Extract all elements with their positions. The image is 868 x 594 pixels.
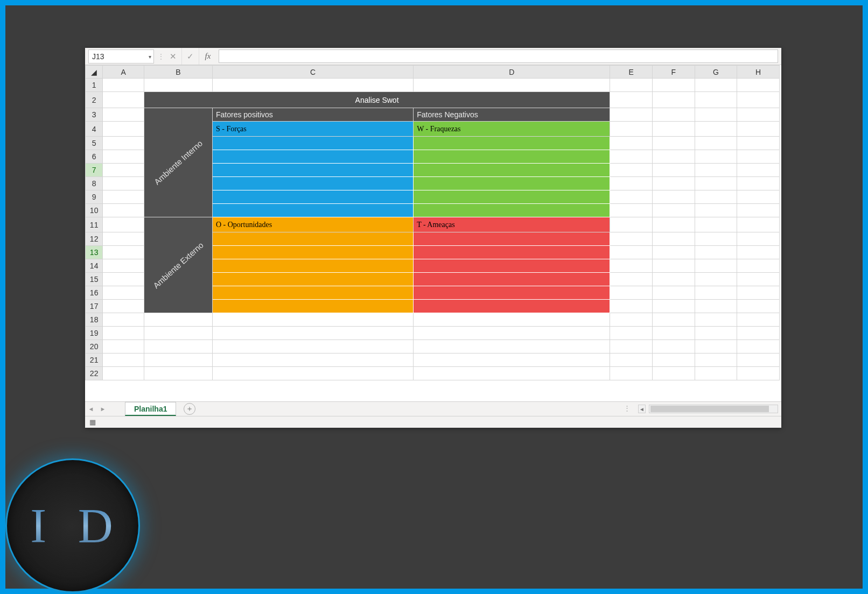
row-header[interactable]: 1 xyxy=(86,79,103,92)
swot-o-header[interactable]: O - Oportunidades xyxy=(212,217,413,232)
swot-w-cell[interactable] xyxy=(414,164,610,177)
cell[interactable] xyxy=(652,108,695,122)
cell[interactable] xyxy=(737,286,780,300)
cell[interactable] xyxy=(103,122,144,137)
cell[interactable] xyxy=(652,79,695,92)
cell[interactable] xyxy=(103,217,144,232)
cell[interactable] xyxy=(737,367,780,380)
hscroll-left-icon[interactable]: ◄ xyxy=(638,405,646,413)
cell[interactable] xyxy=(737,92,780,108)
name-box-dropdown-icon[interactable]: ▾ xyxy=(149,54,151,60)
cell[interactable] xyxy=(610,150,653,164)
cell[interactable] xyxy=(737,246,780,259)
tab-nav-prev-icon[interactable]: ◄ xyxy=(85,402,97,416)
cell[interactable] xyxy=(652,286,695,300)
cell[interactable] xyxy=(414,313,610,327)
cell[interactable] xyxy=(610,204,653,217)
row-header[interactable]: 15 xyxy=(86,273,103,286)
swot-w-cell[interactable] xyxy=(414,177,610,190)
cell[interactable] xyxy=(103,190,144,204)
cell[interactable] xyxy=(414,340,610,353)
swot-w-cell[interactable] xyxy=(414,190,610,204)
cell[interactable] xyxy=(652,137,695,150)
cell[interactable] xyxy=(103,79,144,92)
cell[interactable] xyxy=(737,232,780,246)
swot-t-header[interactable]: T - Ameaças xyxy=(414,217,610,232)
swot-s-header[interactable]: S - Forças xyxy=(212,122,413,137)
swot-o-cell[interactable] xyxy=(212,246,413,259)
cell[interactable] xyxy=(652,232,695,246)
cell[interactable] xyxy=(695,353,737,367)
cell[interactable] xyxy=(103,340,144,353)
select-all-corner[interactable]: ◢ xyxy=(86,66,103,79)
insert-function-button[interactable]: fx xyxy=(199,48,216,65)
cell[interactable] xyxy=(414,79,610,92)
cell[interactable] xyxy=(652,367,695,380)
cell[interactable] xyxy=(652,327,695,340)
cell[interactable] xyxy=(652,353,695,367)
swot-o-cell[interactable] xyxy=(212,286,413,300)
formula-input[interactable] xyxy=(219,49,778,63)
cell[interactable] xyxy=(695,150,737,164)
cell[interactable] xyxy=(695,232,737,246)
cell[interactable] xyxy=(737,273,780,286)
cell[interactable] xyxy=(695,259,737,273)
cell[interactable] xyxy=(652,177,695,190)
row-header[interactable]: 10 xyxy=(86,204,103,217)
cell[interactable] xyxy=(103,367,144,380)
swot-o-cell[interactable] xyxy=(212,259,413,273)
cell[interactable] xyxy=(610,353,653,367)
cell[interactable] xyxy=(212,340,413,353)
cancel-formula-button[interactable]: ✕ xyxy=(165,48,182,65)
cell[interactable] xyxy=(652,340,695,353)
cell[interactable] xyxy=(737,177,780,190)
swot-t-cell[interactable] xyxy=(414,246,610,259)
cell[interactable] xyxy=(212,367,413,380)
cell[interactable] xyxy=(737,137,780,150)
cell[interactable] xyxy=(414,327,610,340)
cell[interactable] xyxy=(610,164,653,177)
cell[interactable] xyxy=(695,217,737,232)
accept-formula-button[interactable]: ✓ xyxy=(182,48,199,65)
cell[interactable] xyxy=(610,340,653,353)
row-header[interactable]: 3 xyxy=(86,108,103,122)
horizontal-scrollbar[interactable] xyxy=(649,405,778,413)
cell[interactable] xyxy=(652,246,695,259)
swot-t-cell[interactable] xyxy=(414,300,610,313)
cell[interactable] xyxy=(695,367,737,380)
cell[interactable] xyxy=(652,190,695,204)
cell[interactable] xyxy=(144,367,212,380)
cell[interactable] xyxy=(652,217,695,232)
spreadsheet-grid[interactable]: ◢ A B C D E F G H 1 2 Analise Swot xyxy=(85,65,781,401)
swot-s-cell[interactable] xyxy=(212,137,413,150)
row-header[interactable]: 20 xyxy=(86,340,103,353)
cell[interactable] xyxy=(737,122,780,137)
row-header[interactable]: 12 xyxy=(86,232,103,246)
cell[interactable] xyxy=(737,259,780,273)
fatores-positivos-header[interactable]: Fatores positivos xyxy=(212,108,413,122)
swot-t-cell[interactable] xyxy=(414,286,610,300)
cell[interactable] xyxy=(103,108,144,122)
cell[interactable] xyxy=(610,313,653,327)
cell[interactable] xyxy=(695,92,737,108)
row-header[interactable]: 14 xyxy=(86,259,103,273)
cell[interactable] xyxy=(103,327,144,340)
cell[interactable] xyxy=(144,353,212,367)
cell[interactable] xyxy=(103,164,144,177)
col-header[interactable]: B xyxy=(144,66,212,79)
row-header[interactable]: 8 xyxy=(86,177,103,190)
cell[interactable] xyxy=(737,353,780,367)
row-header[interactable]: 19 xyxy=(86,327,103,340)
add-sheet-button[interactable]: ＋ xyxy=(184,403,195,415)
ambiente-interno-label[interactable]: Ambiente Interno xyxy=(144,108,212,217)
cell[interactable] xyxy=(695,177,737,190)
swot-t-cell[interactable] xyxy=(414,273,610,286)
cell[interactable] xyxy=(610,217,653,232)
row-header[interactable]: 13 xyxy=(86,246,103,259)
row-header[interactable]: 17 xyxy=(86,300,103,313)
cell[interactable] xyxy=(144,340,212,353)
cell[interactable] xyxy=(695,246,737,259)
col-header[interactable]: C xyxy=(212,66,413,79)
cell[interactable] xyxy=(212,327,413,340)
cell[interactable] xyxy=(652,164,695,177)
